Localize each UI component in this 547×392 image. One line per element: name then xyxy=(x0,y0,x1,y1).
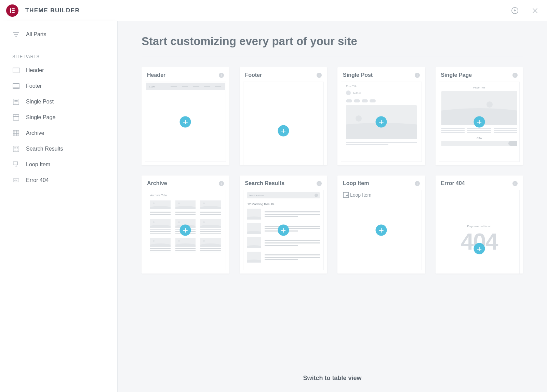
card-title: Single Page xyxy=(441,72,472,78)
sidebar-item-header[interactable]: Header xyxy=(0,62,117,78)
sidebar-item-label: Header xyxy=(26,67,44,73)
card-title: Loop Item xyxy=(343,180,369,186)
add-button[interactable]: + xyxy=(180,116,191,127)
card-title: Error 404 xyxy=(441,180,465,186)
broken-image-icon: Loop Item xyxy=(343,192,419,198)
svg-rect-6 xyxy=(13,68,19,73)
sidebar-item-label: Single Page xyxy=(26,114,55,121)
svg-rect-0 xyxy=(10,8,11,13)
sidebar-item-label: Archive xyxy=(26,130,44,136)
switch-view-link[interactable]: Switch to table view xyxy=(142,344,523,382)
preview-results-count: 12 Maching Results xyxy=(248,202,320,206)
add-button[interactable]: + xyxy=(376,224,387,236)
elementor-logo-icon xyxy=(6,4,18,17)
sidebar-item-error-404[interactable]: 404 Error 404 xyxy=(0,172,117,188)
sidebar-item-single-page[interactable]: Single Page xyxy=(0,110,117,125)
card-footer: Footer i Logo + xyxy=(240,67,328,165)
card-preview-error-404[interactable]: Page was not found 404 + xyxy=(439,190,520,274)
svg-rect-2 xyxy=(12,10,15,11)
sidebar-item-loop-item[interactable]: Loop Item xyxy=(0,157,117,172)
card-title: Footer xyxy=(245,72,262,78)
svg-rect-1 xyxy=(12,8,15,9)
card-archive: Archive i Archive Title xyxy=(142,176,229,274)
svg-rect-13 xyxy=(13,162,18,165)
preview-archive-title: Archive Title xyxy=(150,194,221,197)
sidebar-item-label: Search Results xyxy=(26,146,63,152)
sidebar-item-label: Error 404 xyxy=(26,177,49,183)
sidebar-item-search-results[interactable]: Search Results xyxy=(0,141,117,157)
card-title: Header xyxy=(147,72,165,78)
card-error-404: Error 404 i Page was not found 404 + xyxy=(436,176,523,274)
filter-icon xyxy=(12,31,20,38)
sidebar-all-parts[interactable]: All Parts xyxy=(0,27,117,42)
svg-rect-12 xyxy=(13,146,19,152)
add-button[interactable]: + xyxy=(473,116,485,127)
cards-grid: Header i Logo + Footer i xyxy=(142,67,523,274)
card-title: Archive xyxy=(147,180,167,186)
info-icon[interactable]: i xyxy=(512,181,518,186)
sidebar-item-footer[interactable]: Footer xyxy=(0,78,117,94)
info-icon[interactable]: i xyxy=(219,181,224,186)
sidebar-item-single-post[interactable]: Single Post xyxy=(0,94,117,110)
preview-post-title: Post Title xyxy=(346,85,417,88)
sidebar-item-archive[interactable]: Archive xyxy=(0,125,117,141)
main: Start customizing every part of your sit… xyxy=(118,21,547,392)
footer-icon xyxy=(12,82,20,90)
add-button[interactable]: + xyxy=(278,125,289,136)
preview-author: Author xyxy=(353,92,361,95)
divider xyxy=(525,6,525,15)
preview-404-msg: Page was not found xyxy=(467,225,491,228)
card-preview-loop-item[interactable]: Loop Item + xyxy=(341,190,422,270)
card-search-results: Search Results i Search anything 12 Mach… xyxy=(240,176,328,274)
sidebar-item-label: Single Post xyxy=(26,99,54,105)
download-icon[interactable] xyxy=(511,7,519,14)
card-preview-footer[interactable]: Logo + xyxy=(243,82,324,165)
card-preview-header[interactable]: Logo + xyxy=(145,82,226,162)
info-icon[interactable]: i xyxy=(415,73,420,78)
card-preview-archive[interactable]: Archive Title + xyxy=(145,190,226,270)
archive-icon xyxy=(12,129,20,137)
preview-search-placeholder: Search anything xyxy=(249,194,264,196)
sidebar-item-label: Loop Item xyxy=(26,162,50,168)
svg-text:404: 404 xyxy=(14,179,17,181)
sidebar-section-label: SITE PARTS xyxy=(0,42,117,62)
card-single-page: Single Page i Page Title CTA + xyxy=(436,67,523,165)
info-icon[interactable]: i xyxy=(512,73,518,78)
topbar: THEME BUILDER xyxy=(0,0,547,21)
preview-page-title: Page Title xyxy=(441,86,518,89)
info-icon[interactable]: i xyxy=(415,181,420,186)
add-button[interactable]: + xyxy=(473,243,485,254)
add-button[interactable]: + xyxy=(376,116,387,127)
close-icon[interactable] xyxy=(531,7,539,14)
card-header: Header i Logo + xyxy=(142,67,229,165)
preview-logo-text: Logo xyxy=(149,85,155,88)
page-icon xyxy=(12,114,20,121)
loop-icon xyxy=(12,161,20,168)
page-title: Start customizing every part of your sit… xyxy=(142,35,523,56)
svg-rect-8 xyxy=(13,84,19,89)
card-preview-single-page[interactable]: Page Title CTA + xyxy=(439,82,520,162)
app-title: THEME BUILDER xyxy=(25,7,80,14)
search-results-icon xyxy=(12,145,20,153)
sidebar-item-label: Footer xyxy=(26,83,42,89)
info-icon[interactable]: i xyxy=(317,73,322,78)
card-title: Search Results xyxy=(245,180,285,186)
card-single-post: Single Post i Post Title Author + xyxy=(337,67,425,165)
add-button[interactable]: + xyxy=(180,224,191,236)
info-icon[interactable]: i xyxy=(219,73,224,78)
preview-cta: CTA xyxy=(441,137,518,140)
header-icon xyxy=(12,67,20,74)
card-preview-search-results[interactable]: Search anything 12 Maching Results + xyxy=(243,190,324,270)
card-loop-item: Loop Item i Loop Item + xyxy=(337,176,425,274)
svg-rect-3 xyxy=(12,12,15,13)
error-404-icon: 404 xyxy=(12,177,20,184)
card-preview-single-post[interactable]: Post Title Author + xyxy=(341,82,422,162)
card-title: Single Post xyxy=(343,72,373,78)
post-icon xyxy=(12,98,20,106)
info-icon[interactable]: i xyxy=(317,181,322,186)
sidebar-all-parts-label: All Parts xyxy=(26,31,46,38)
sidebar: All Parts SITE PARTS Header Footer Singl… xyxy=(0,21,118,392)
svg-rect-10 xyxy=(13,115,19,121)
add-button[interactable]: + xyxy=(278,224,289,236)
